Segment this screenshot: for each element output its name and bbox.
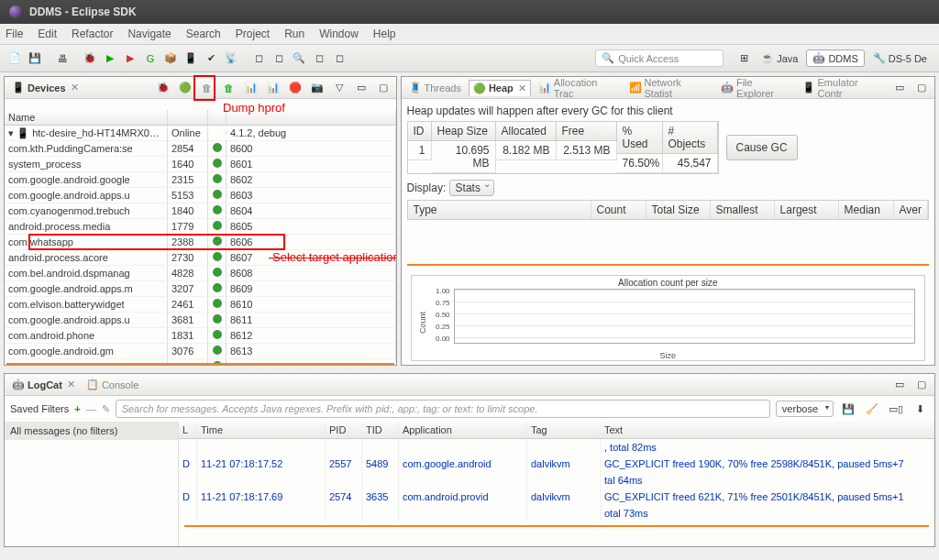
tab-file[interactable]: 🤖File Explorer [717, 75, 795, 101]
main-toolbar: 📄 💾 🖶 🐞 ▶ ▶ G 📦 📱 ✔ 📡 ◻ ◻ 🔍 ◻ ◻ 🔍 Quick … [0, 45, 939, 72]
tab-devices[interactable]: 📱Devices✕ [8, 80, 83, 95]
tab-net[interactable]: 📶Network Statist [625, 75, 713, 101]
close-icon[interactable]: ✕ [71, 82, 79, 93]
view-menu-icon[interactable]: ▽ [330, 79, 348, 97]
tab-console[interactable]: 📋Console [83, 377, 142, 392]
process-row[interactable]: com.google.android.apps.m32078609 [5, 281, 396, 297]
loglevel-select[interactable]: verbose [776, 401, 834, 417]
save-log-icon[interactable]: 💾 [839, 400, 857, 418]
quick-access-input[interactable]: 🔍 Quick Access [595, 49, 724, 67]
menu-refactor[interactable]: Refactor [72, 27, 113, 40]
process-row[interactable]: com.google.android.google23158602 [5, 172, 396, 188]
log-row[interactable]: otal 73ms [179, 505, 934, 522]
na1-icon[interactable]: ◻ [249, 49, 268, 68]
add-filter-icon[interactable]: + [74, 403, 80, 414]
debug-selected-icon[interactable]: 🐞 [154, 79, 172, 97]
perspective-ds5[interactable]: 🔧DS-5 De [867, 49, 933, 67]
menu-navigate[interactable]: Navigate [127, 27, 171, 40]
col-name[interactable]: Name [5, 110, 168, 125]
na3-icon[interactable]: ◻ [310, 49, 328, 68]
menu-edit[interactable]: Edit [38, 27, 57, 40]
maximize-icon[interactable]: ▢ [912, 79, 931, 97]
cause-gc-icon[interactable]: 🗑 [220, 79, 238, 97]
na4-icon[interactable]: ◻ [330, 49, 348, 68]
run-icon[interactable]: ▶ [101, 49, 119, 68]
process-row[interactable]: com.google.android.apps.u36818611 [5, 313, 396, 328]
screenshot-icon[interactable]: 📷 [308, 79, 326, 97]
process-row[interactable]: android.process.media17798605 [5, 219, 396, 235]
log-row[interactable]: tal 64ms [179, 472, 934, 489]
maximize-icon[interactable]: ▢ [374, 79, 392, 97]
process-row[interactable]: com.google.android.gm30768613 [5, 344, 396, 359]
process-row[interactable]: com.whatsapp23888606 [5, 235, 396, 250]
na2-icon[interactable]: ◻ [270, 49, 288, 68]
close-icon[interactable]: ✕ [67, 379, 75, 390]
logcat-search-input[interactable]: Search for messages. Accepts Java regexe… [116, 400, 770, 418]
process-row[interactable]: com.google.android.apps.u51538603 [5, 188, 396, 203]
tab-heap[interactable]: 🟢Heap✕ [469, 80, 531, 96]
menu-run[interactable]: Run [284, 27, 304, 40]
minimize-icon[interactable]: ▭ [890, 79, 909, 97]
devices-column-headers: Name [5, 110, 396, 126]
chart-yticks: 1.00 0.75 0.50 0.25 0.00 [432, 285, 450, 345]
menu-project[interactable]: Project [236, 27, 270, 40]
all-messages-filter[interactable]: All messages (no filters) [5, 422, 178, 440]
update-heap-icon[interactable]: 🟢 [176, 79, 194, 97]
log-row[interactable]: D11-21 07:18:17.6925743635com.android.pr… [179, 489, 934, 505]
update-threads-icon[interactable]: 📊 [242, 79, 260, 97]
dump-hprof-icon[interactable]: 🗑 [198, 79, 216, 97]
menu-file[interactable]: File [6, 27, 23, 40]
menu-help[interactable]: Help [373, 27, 396, 40]
tab-alloc[interactable]: 📊Allocation Trac [535, 75, 622, 101]
scroll-lock-icon[interactable]: ⬇ [911, 400, 929, 418]
new-icon[interactable]: 📄 [6, 49, 24, 68]
minimize-icon[interactable]: ▭ [890, 376, 909, 394]
log-row[interactable]: , total 82ms [179, 439, 934, 456]
process-row[interactable]: system_process16408601 [5, 157, 396, 172]
print-icon[interactable]: 🖶 [53, 49, 72, 68]
cause-gc-button[interactable]: Cause GC [726, 135, 798, 160]
log-row[interactable]: D11-21 07:18:17.5225575489com.google.and… [179, 456, 934, 472]
chart-xlabel: Size [660, 351, 677, 360]
logcat-filter-row: Saved Filters + — ✎ Search for messages.… [5, 396, 934, 422]
process-row[interactable]: com.cyanogenmod.trebuch18408604 [5, 203, 396, 219]
minimize-icon[interactable]: ▭ [352, 79, 370, 97]
search-icon[interactable]: 🔍 [290, 49, 308, 68]
ext-run-icon[interactable]: ▶ [121, 49, 139, 68]
maximize-icon[interactable]: ▢ [912, 376, 931, 394]
perspective-ddms[interactable]: 🤖DDMS [806, 49, 864, 67]
menu-window[interactable]: Window [319, 27, 359, 40]
perspective-java[interactable]: ☕Java [755, 49, 804, 67]
clear-log-icon[interactable]: 🧹 [863, 400, 881, 418]
process-row[interactable]: com.kth.PuddingCamera:se28548600 [5, 141, 396, 157]
devices-table[interactable]: ▾ 📱 htc-desire_hd-HT14MRX0011 Online 4.1… [5, 126, 396, 363]
filters-sidebar[interactable]: All messages (no filters) [5, 422, 179, 546]
debug-icon[interactable]: 🐞 [81, 49, 99, 68]
rss-icon[interactable]: 📡 [222, 49, 240, 68]
sdk-icon[interactable]: 📦 [161, 49, 180, 68]
stats-select[interactable]: Stats [449, 180, 494, 196]
device-row[interactable]: ▾ 📱 htc-desire_hd-HT14MRX0011 Online 4.1… [5, 126, 396, 141]
anno-line [269, 258, 396, 258]
avd-icon[interactable]: 📱 [182, 49, 200, 68]
close-icon[interactable]: ✕ [518, 82, 526, 94]
display-mode-icon[interactable]: ▭▯ [887, 400, 905, 418]
stop-icon[interactable]: 🛑 [286, 79, 304, 97]
gprof-icon[interactable]: G [141, 49, 160, 68]
tab-logcat[interactable]: 🤖LogCat✕ [8, 377, 79, 392]
start-method-prof-icon[interactable]: 📊 [264, 79, 282, 97]
save-icon[interactable]: 💾 [26, 49, 44, 68]
lint-icon[interactable]: ✔ [202, 49, 220, 68]
remove-filter-icon[interactable]: — [86, 403, 96, 414]
tab-threads[interactable]: 🧵Threads [405, 80, 465, 95]
process-row[interactable]: com.android.inputmethod.l30188614 [5, 359, 396, 363]
process-row[interactable]: com.elvison.batterywidget24618610 [5, 297, 396, 313]
logcat-rows[interactable]: , total 82msD11-21 07:18:17.5225575489co… [179, 439, 934, 522]
open-perspective-icon[interactable]: ⊞ [735, 49, 753, 68]
menubar: File Edit Refactor Navigate Search Proje… [0, 24, 939, 45]
process-row[interactable]: com.bel.android.dspmanag48288608 [5, 266, 396, 281]
process-row[interactable]: com.android.phone18318612 [5, 328, 396, 344]
menu-search[interactable]: Search [186, 27, 221, 40]
edit-filter-icon[interactable]: ✎ [102, 403, 110, 415]
tab-emu[interactable]: 📱Emulator Contr [799, 75, 887, 101]
